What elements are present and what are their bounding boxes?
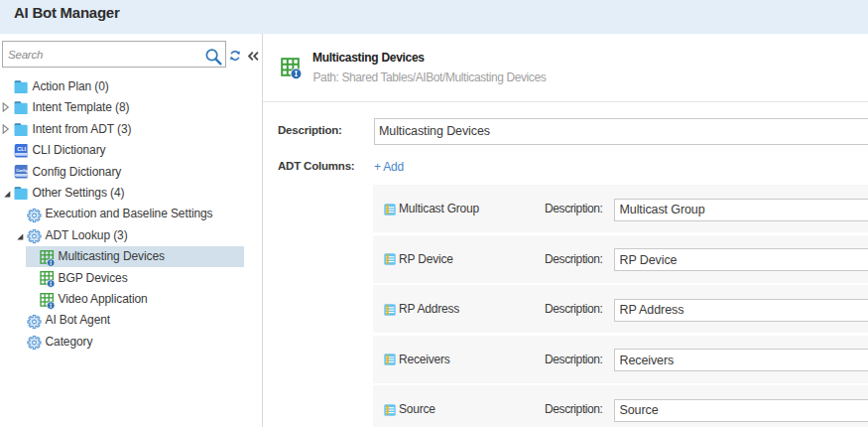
svg-text:Config: Config [16, 169, 28, 173]
svg-text:CLI: CLI [18, 146, 27, 152]
